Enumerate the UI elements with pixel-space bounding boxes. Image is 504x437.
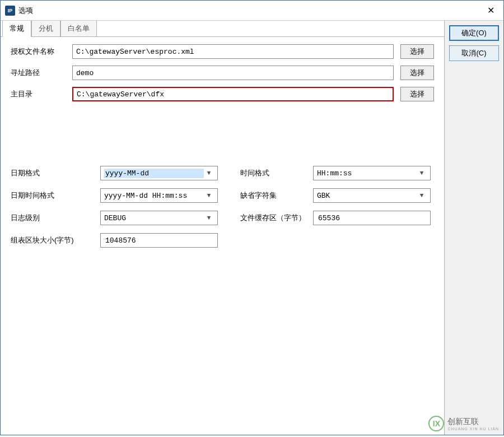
window-title: 选项 xyxy=(18,6,33,16)
tab-label: 白名单 xyxy=(68,24,90,32)
label-file-buffer: 文件缓存区（字节） xyxy=(240,213,313,223)
chevron-down-icon: ▼ xyxy=(204,215,214,221)
options-dialog: IP 选项 ✕ 常规 分机 白名单 授 xyxy=(0,0,504,435)
titlebar: IP 选项 ✕ xyxy=(1,1,503,21)
chevron-down-icon: ▼ xyxy=(204,192,214,199)
tab-label: 常规 xyxy=(10,24,24,32)
label-main-dir: 主目录 xyxy=(11,89,72,99)
browse-main-dir-button[interactable]: 选择 xyxy=(400,87,434,101)
chevron-down-icon: ▼ xyxy=(417,170,427,176)
tab-general[interactable]: 常规 xyxy=(2,21,31,37)
watermark-text: 创新互联 xyxy=(447,417,499,427)
log-level-value: DEBUG xyxy=(104,214,204,222)
label-block-size: 组表区块大小(字节) xyxy=(11,235,100,245)
license-file-input[interactable] xyxy=(72,44,394,59)
tab-extension[interactable]: 分机 xyxy=(31,21,60,36)
browse-search-path-button[interactable]: 选择 xyxy=(400,66,434,80)
block-size-input-wrap[interactable] xyxy=(100,233,218,248)
action-panel: 确定(O) 取消(C) xyxy=(445,21,503,435)
main-dir-input[interactable] xyxy=(72,87,394,101)
tab-strip: 常规 分机 白名单 xyxy=(1,21,444,37)
tab-content-general: 授权文件名称 选择 寻址路径 选择 主目录 选择 xyxy=(1,36,444,435)
date-format-combo[interactable]: yyyy-MM-dd ▼ xyxy=(100,166,218,180)
label-search-path: 寻址路径 xyxy=(11,68,72,78)
default-charset-value: GBK xyxy=(317,192,417,200)
tab-whitelist[interactable]: 白名单 xyxy=(60,21,97,36)
close-icon: ✕ xyxy=(487,5,494,16)
label-time-format: 时间格式 xyxy=(240,168,313,178)
label-datetime-format: 日期时间格式 xyxy=(11,190,100,201)
tab-label: 分机 xyxy=(39,24,53,32)
chevron-down-icon: ▼ xyxy=(204,170,214,176)
watermark: IX 创新互联 CHUANG XIN HU LIAN xyxy=(428,416,499,431)
browse-license-button[interactable]: 选择 xyxy=(400,44,434,59)
time-format-value: HH:mm:ss xyxy=(317,169,417,178)
date-format-value: yyyy-MM-dd xyxy=(104,169,204,178)
chevron-down-icon: ▼ xyxy=(417,192,427,199)
label-license-file: 授权文件名称 xyxy=(11,47,72,57)
log-level-combo[interactable]: DEBUG ▼ xyxy=(100,211,218,225)
label-date-format: 日期格式 xyxy=(11,168,100,178)
label-default-charset: 缺省字符集 xyxy=(240,190,313,201)
time-format-combo[interactable]: HH:mm:ss ▼ xyxy=(313,166,431,180)
label-log-level: 日志级别 xyxy=(11,213,100,223)
file-buffer-input[interactable] xyxy=(317,213,427,223)
block-size-input[interactable] xyxy=(104,236,214,245)
datetime-format-value: yyyy-MM-dd HH:mm:ss xyxy=(104,192,204,200)
main-panel: 常规 分机 白名单 授权文件名称 选择 寻址路径 xyxy=(1,21,445,435)
ok-button[interactable]: 确定(O) xyxy=(449,25,499,41)
app-icon: IP xyxy=(5,6,15,16)
default-charset-combo[interactable]: GBK ▼ xyxy=(313,188,431,203)
watermark-subtext: CHUANG XIN HU LIAN xyxy=(447,427,499,431)
cancel-button[interactable]: 取消(C) xyxy=(449,45,499,61)
search-path-input[interactable] xyxy=(72,66,394,80)
file-buffer-input-wrap[interactable] xyxy=(313,211,431,225)
watermark-icon: IX xyxy=(428,416,444,431)
close-button[interactable]: ✕ xyxy=(478,1,503,21)
datetime-format-combo[interactable]: yyyy-MM-dd HH:mm:ss ▼ xyxy=(100,188,218,203)
